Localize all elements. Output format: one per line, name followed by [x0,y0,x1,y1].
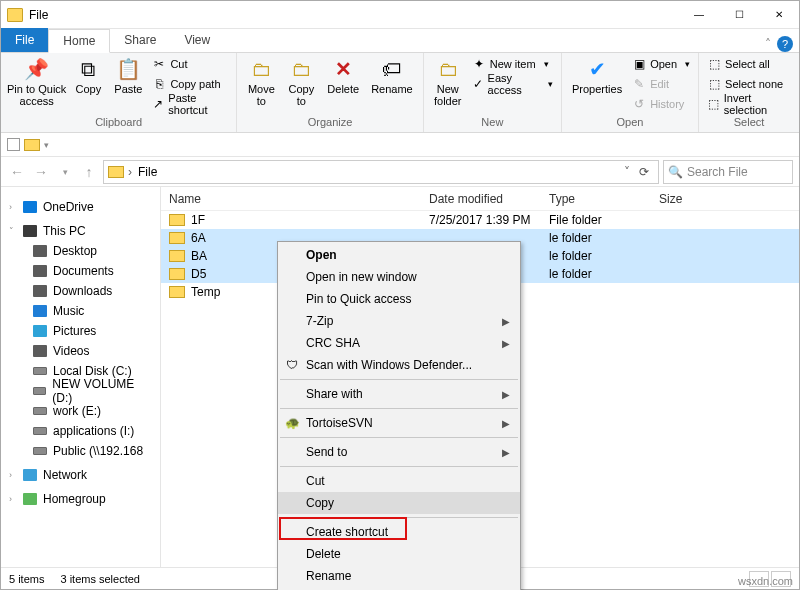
ctx-create-shortcut[interactable]: Create shortcut [278,521,520,543]
collapse-ribbon-icon[interactable]: ˄ [765,37,771,51]
copy-to-icon: 🗀 [289,57,313,81]
file-name: 1F [191,213,205,227]
chevron-right-icon: ▶ [502,389,510,400]
open-button[interactable]: ▣Open▾ [630,55,692,73]
nav-network[interactable]: ›Network [1,465,160,485]
nav-onedrive[interactable]: ›OneDrive [1,197,160,217]
easy-access-button[interactable]: ✓Easy access▾ [470,75,555,93]
documents-icon [33,265,47,277]
ctx-open-new-window[interactable]: Open in new window [278,266,520,288]
help-icon[interactable]: ? [777,36,793,52]
file-type: le folder [541,249,651,263]
copy-button[interactable]: ⧉ Copy [70,55,106,97]
refresh-icon[interactable]: ⟳ [634,165,654,179]
address-input[interactable] [136,164,620,180]
nav-music[interactable]: Music [1,301,160,321]
new-folder-button[interactable]: 🗀 New folder [430,55,466,109]
paste-shortcut-button[interactable]: ↗Paste shortcut [150,95,230,113]
music-icon [33,305,47,317]
delete-button[interactable]: ✕ Delete [323,55,363,97]
select-all-button[interactable]: ⬚Select all [705,55,793,73]
tab-share[interactable]: Share [110,28,170,52]
ctx-open[interactable]: Open [278,244,520,266]
ctx-send-to[interactable]: Send to▶ [278,441,520,463]
copy-to-button[interactable]: 🗀 Copy to [283,55,319,109]
back-button[interactable]: ← [7,164,27,180]
videos-icon [33,345,47,357]
up-button[interactable]: ↑ [79,164,99,180]
tab-home[interactable]: Home [48,29,110,53]
file-name: BA [191,249,207,263]
nav-downloads[interactable]: Downloads [1,281,160,301]
nav-documents[interactable]: Documents [1,261,160,281]
nav-this-pc[interactable]: ˅This PC [1,221,160,241]
ctx-cut[interactable]: Cut [278,470,520,492]
minimize-button[interactable]: — [679,1,719,29]
ribbon-tabs: File Home Share View ˄ ? [1,29,799,53]
drive-icon [33,387,47,395]
drive-icon [33,367,47,375]
cut-button[interactable]: ✂Cut [150,55,230,73]
select-none-icon: ⬚ [707,77,721,91]
ctx-7zip[interactable]: 7-Zip▶ [278,310,520,332]
ctx-crc-sha[interactable]: CRC SHA▶ [278,332,520,354]
rename-button[interactable]: 🏷 Rename [367,55,417,97]
ctx-tortoisesvn[interactable]: 🐢TortoiseSVN▶ [278,412,520,434]
nav-applications-i[interactable]: applications (I:) [1,421,160,441]
close-button[interactable]: ✕ [759,1,799,29]
group-clipboard: 📌 Pin to Quick access ⧉ Copy 📋 Paste ✂Cu… [1,53,237,132]
desktop-icon [33,245,47,257]
col-name[interactable]: Name [161,192,421,206]
nav-pictures[interactable]: Pictures [1,321,160,341]
select-all-checkbox[interactable] [7,138,20,151]
properties-button[interactable]: ✔ Properties [568,55,626,97]
pin-to-quick-access-button[interactable]: 📌 Pin to Quick access [7,55,66,109]
tab-file[interactable]: File [1,28,48,52]
new-item-button[interactable]: ✦New item▾ [470,55,555,73]
folder-icon [169,250,185,262]
chevron-right-icon[interactable]: › [128,165,132,179]
col-date[interactable]: Date modified [421,192,541,206]
maximize-button[interactable]: ☐ [719,1,759,29]
nav-desktop[interactable]: Desktop [1,241,160,261]
forward-button[interactable]: → [31,164,51,180]
ctx-pin-quick-access[interactable]: Pin to Quick access [278,288,520,310]
paste-button[interactable]: 📋 Paste [110,55,146,97]
pictures-icon [33,325,47,337]
ctx-rename[interactable]: Rename [278,565,520,587]
chevron-right-icon: ▶ [502,418,510,429]
chevron-down-icon[interactable]: ˅ [624,165,630,179]
nav-videos[interactable]: Videos [1,341,160,361]
qat-chevron-icon[interactable]: ▾ [44,140,49,150]
nav-new-volume[interactable]: NEW VOLUME (D:) [1,381,160,401]
edit-button: ✎Edit [630,75,692,93]
ctx-delete[interactable]: Delete [278,543,520,565]
nav-public-share[interactable]: Public (\\192.168 [1,441,160,461]
col-type[interactable]: Type [541,192,651,206]
nav-homegroup[interactable]: ›Homegroup [1,489,160,509]
select-none-button[interactable]: ⬚Select none [705,75,793,93]
easy-access-icon: ✓ [472,77,484,91]
delete-icon: ✕ [331,57,355,81]
separator [280,466,518,467]
col-size[interactable]: Size [651,192,711,206]
invert-selection-button[interactable]: ⬚Invert selection [705,95,793,113]
recent-locations-button[interactable]: ▾ [55,167,75,177]
ctx-defender[interactable]: 🛡Scan with Windows Defender... [278,354,520,376]
folder-icon [169,232,185,244]
copy-path-button[interactable]: ⎘Copy path [150,75,230,93]
move-to-button[interactable]: 🗀 Move to [243,55,279,109]
history-icon: ↺ [632,97,646,111]
file-name: D5 [191,267,206,281]
file-explorer-window: File — ☐ ✕ File Home Share View ˄ ? 📌 Pi… [0,0,800,590]
tab-view[interactable]: View [170,28,224,52]
column-headers[interactable]: Name Date modified Type Size [161,187,799,211]
search-box[interactable]: 🔍 Search File [663,160,793,184]
ctx-copy[interactable]: Copy [278,492,520,514]
ctx-share-with[interactable]: Share with▶ [278,383,520,405]
folder-icon [24,139,40,151]
address-bar[interactable]: › ˅ ⟳ [103,160,659,184]
search-placeholder: Search File [687,165,748,179]
table-row[interactable]: 1F7/25/2017 1:39 PMFile folder [161,211,799,229]
address-row: ← → ▾ ↑ › ˅ ⟳ 🔍 Search File [1,157,799,187]
